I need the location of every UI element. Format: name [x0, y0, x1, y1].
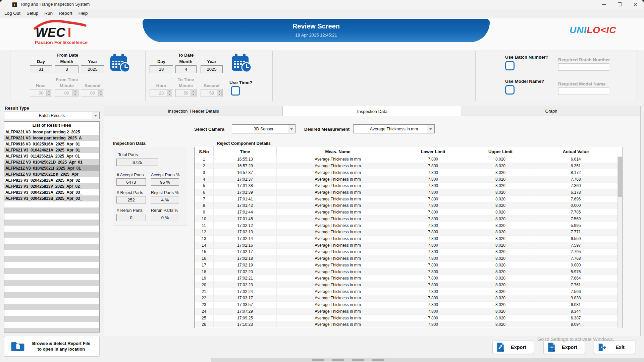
table-row[interactable]: 17 17:02:19 Average Thickness in mm 7.80… [195, 262, 618, 269]
table-row[interactable]: 12 17:02:13 Average Thickness in mm 7.80… [195, 229, 618, 236]
use-model-checkbox[interactable] [505, 85, 515, 95]
table-row[interactable]: 22 17:03:17 Average Thickness in mm 7.80… [195, 295, 618, 302]
menu-item[interactable]: Run [41, 9, 56, 18]
table-row[interactable]: 9 17:01:44 Average Thickness in mm 7.800… [195, 209, 618, 216]
result-type-dropdown[interactable]: Batch Results [4, 112, 100, 119]
window-title: Ring and Flange Inspection System [21, 0, 90, 9]
table-row[interactable]: 14 17:02:16 Average Thickness in mm 7.80… [195, 242, 618, 249]
export-pdf-button[interactable]: Export [492, 341, 534, 354]
result-file-item[interactable]: ALFP621Z V3_010425621f_2025_Apr_01 [4, 165, 99, 171]
cell-actual-value: 6.081 [534, 302, 618, 308]
menu-item[interactable]: Help [75, 9, 91, 18]
spinner[interactable] [217, 90, 222, 96]
result-file-item[interactable]: ALFP621 V3_011425621A_2025_Apr_01_ [4, 153, 99, 159]
cell-sno: 4 [195, 176, 214, 183]
table-row[interactable]: 3 16:57:37 Average Thickness in mm 7.800… [195, 169, 618, 176]
cell-sno: 18 [195, 268, 214, 275]
calendar-clock-icon[interactable] [231, 53, 252, 73]
browse-report-button[interactable]: Browse & Select Report File to open in a… [4, 336, 100, 357]
result-file-item[interactable]: ALFP621Z V3_010425621D_2025_Apr_01 [4, 159, 99, 165]
result-file-item[interactable]: ALFP0916 V3_01025916A_2025_Apr_01_ [4, 141, 99, 147]
cell-upper-limit: 8.020 [467, 216, 534, 222]
table-row[interactable]: 19 17:02:21 Average Thickness in mm 7.80… [195, 275, 618, 282]
to-second-field[interactable]: 59 [201, 89, 223, 97]
from-hour-field[interactable]: 00 [30, 89, 52, 97]
result-file-item[interactable]: ALFP621Z V3_010425621z n_2025_Apr_ [4, 171, 99, 177]
tab-inspection-header-details[interactable]: Inspection Header Details [104, 106, 283, 116]
rerun-parts-label: # Rerun Parts [117, 208, 143, 213]
to-year-field[interactable]: 2025 [201, 65, 223, 73]
table-row[interactable]: 24 17:07:29 Average Thickness in mm 7.80… [195, 308, 618, 315]
cell-sno: 25 [195, 315, 214, 321]
menu-item[interactable]: Log Out [1, 9, 23, 18]
from-month-field[interactable]: 3 [55, 65, 78, 73]
use-batch-checkbox[interactable] [505, 61, 515, 70]
to-day-field[interactable]: 18 [150, 65, 173, 73]
required-batch-input[interactable] [558, 63, 609, 71]
table-row[interactable]: 2 16:57:29 Average Thickness in mm 7.800… [195, 163, 618, 170]
table-row[interactable]: 5 17:01:38 Average Thickness in mm 7.800… [195, 183, 618, 189]
cell-actual-value: 6.614 [534, 156, 618, 163]
cell-meas-name: Average Thickness in mm [277, 249, 399, 255]
spinner[interactable] [72, 90, 77, 96]
result-file-item[interactable]: ALFP0221 V3_loose part testing 2_2025 [4, 129, 99, 135]
table-row[interactable]: 7 17:01:41 Average Thickness in mm 7.800… [195, 196, 618, 202]
result-file-item[interactable]: ALFP0221 V3_loose part testing_2025_A [4, 135, 99, 141]
result-file-item[interactable]: ALFP621 V3_010424621A_2025_Apr_01_ [4, 147, 99, 153]
spinner[interactable] [167, 90, 172, 96]
export-csv-button[interactable]: CSV Export [543, 341, 585, 354]
required-batch-label: Required Batch Number [558, 57, 610, 62]
table-row[interactable]: 15 17:02:17 Average Thickness in mm 7.80… [195, 249, 618, 255]
table-row[interactable]: 18 17:02:20 Average Thickness in mm 7.80… [195, 268, 618, 275]
table-row[interactable]: 20 17:02:23 Average Thickness in mm 7.80… [195, 282, 618, 289]
tab-inspection-data[interactable]: Inspection Data [283, 106, 462, 116]
cell-meas-name: Average Thickness in mm [277, 321, 399, 327]
result-file-item[interactable]: ALFP813 V3_020425813A_2025_Apr_02_ [4, 177, 99, 183]
table-row[interactable]: 21 17:02:24 Average Thickness in mm 7.80… [195, 288, 618, 295]
table-row[interactable]: 16 17:02:18 Average Thickness in mm 7.80… [195, 255, 618, 262]
spinner[interactable] [46, 90, 51, 96]
table-row[interactable]: 26 17:10:23 Average Thickness in mm 7.80… [195, 321, 618, 327]
table-row[interactable]: 10 17:01:45 Average Thickness in mm 7.80… [195, 216, 618, 222]
from-year-field[interactable]: 2025 [81, 65, 104, 73]
table-row[interactable]: 13 17:02:14 Average Thickness in mm 7.80… [195, 236, 618, 242]
from-day-field[interactable]: 31 [30, 65, 52, 73]
desired-measurement-dropdown[interactable]: Average Thickness in mm [353, 124, 435, 133]
table-row[interactable]: 25 17:09:25 Average Thickness in mm 7.80… [195, 315, 618, 321]
cell-upper-limit: 8.020 [467, 288, 534, 295]
calendar-clock-icon[interactable] [110, 53, 130, 73]
close-button[interactable]: ✕ [628, 0, 643, 9]
use-time-checkbox[interactable] [231, 86, 240, 96]
browse-label-line1: Browse & Select Report File [25, 341, 97, 346]
maximize-button[interactable] [612, 0, 627, 9]
exit-button[interactable]: Exit [594, 341, 635, 354]
from-second-field[interactable]: 00 [81, 89, 104, 97]
result-file-item[interactable]: ALFP813 V3_030425813A_2025_Apr_03_ [4, 189, 99, 195]
cell-meas-name: Average Thickness in mm [277, 295, 399, 302]
select-camera-dropdown[interactable]: 3D Sensor [232, 124, 296, 133]
table-scrollbar[interactable] [618, 156, 623, 328]
menu-item[interactable]: Report [56, 9, 75, 18]
cell-upper-limit: 8.020 [467, 169, 534, 176]
from-minute-field[interactable]: 00 [55, 89, 78, 97]
to-minute-field[interactable]: 59 [175, 89, 197, 97]
scrollbar-thumb[interactable] [618, 157, 622, 197]
result-file-item[interactable]: ALFP813 V3_030425813B_2025_Apr_03_ [4, 195, 99, 201]
tab-graph[interactable]: Graph [462, 106, 641, 116]
table-row[interactable]: 11 17:02:12 Average Thickness in mm 7.80… [195, 222, 618, 229]
table-row[interactable]: 8 17:01:42 Average Thickness in mm 7.800… [195, 202, 618, 209]
table-row[interactable]: 1 16:55:13 Average Thickness in mm 7.800… [195, 156, 618, 163]
menu-item[interactable]: Setup [23, 9, 41, 18]
table-row[interactable]: 23 17:03:57 Average Thickness in mm 7.80… [195, 302, 618, 308]
required-model-input[interactable] [558, 87, 609, 95]
table-row[interactable]: 4 17:01:37 Average Thickness in mm 7.800… [195, 176, 618, 183]
to-hour-field[interactable]: 23 [150, 89, 173, 97]
to-month-field[interactable]: 4 [175, 65, 197, 73]
table-row[interactable]: 6 17:01:39 Average Thickness in mm 7.800… [195, 189, 618, 196]
cell-meas-name: Average Thickness in mm [277, 242, 399, 249]
spinner[interactable] [98, 90, 103, 96]
spinner[interactable] [191, 90, 196, 96]
activate-windows-watermark-sub: Go to Settings to activate Windows. [537, 337, 614, 342]
result-file-item[interactable]: ALFP813 V3_020425813V_2025_Apr_02_ [4, 183, 99, 189]
minimize-button[interactable] [596, 0, 611, 9]
